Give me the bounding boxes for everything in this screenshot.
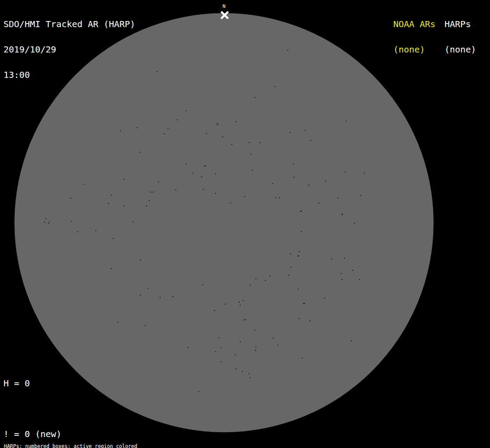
legend-spacer — [4, 405, 104, 413]
north-pole-label: N — [219, 4, 229, 9]
noaa-ars-label: NOAA ARs — [393, 20, 435, 28]
observation-date: 2019/10/29 — [4, 46, 135, 54]
app-title: SDO/HMI Tracked AR (HARP) — [4, 20, 135, 28]
harps-block: HARPs (none) — [444, 4, 476, 71]
harp-count: H = 0 — [4, 379, 104, 388]
harps-value: (none) — [444, 46, 476, 54]
title-block: SDO/HMI Tracked AR (HARP) 2019/10/29 13:… — [4, 4, 135, 96]
harps-label: HARPs — [444, 20, 476, 28]
observation-time: 13:00 — [4, 71, 135, 79]
footer-note-harps: HARPs: numbered boxes; active region col… — [4, 444, 180, 448]
noaa-ars-value: (none) — [393, 46, 435, 54]
harp-map-screen: N SDO/HMI Tracked AR (HARP) 2019/10/29 1… — [0, 0, 490, 448]
north-pole-cross-icon — [220, 10, 229, 20]
footer-notes: HARPs: numbered boxes; active region col… — [4, 433, 180, 448]
noaa-ars-block: NOAA ARs (none) — [393, 4, 435, 71]
